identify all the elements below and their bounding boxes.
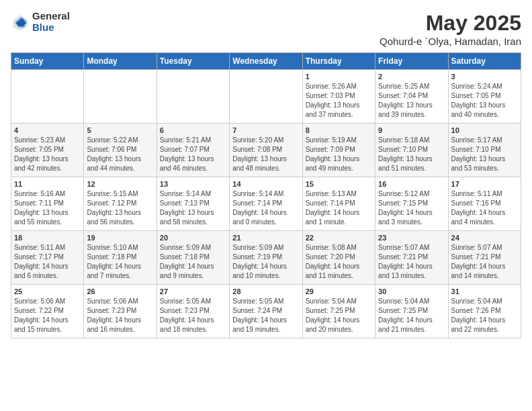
- day-info: Sunrise: 5:04 AM Sunset: 7:25 PM Dayligh…: [378, 297, 445, 334]
- day-info: Sunrise: 5:06 AM Sunset: 7:22 PM Dayligh…: [14, 297, 81, 334]
- day-info: Sunrise: 5:15 AM Sunset: 7:12 PM Dayligh…: [87, 189, 153, 227]
- day-cell: 9Sunrise: 5:18 AM Sunset: 7:10 PM Daylig…: [375, 124, 448, 177]
- day-cell: 8Sunrise: 5:19 AM Sunset: 7:09 PM Daylig…: [302, 124, 375, 177]
- day-cell: 2Sunrise: 5:25 AM Sunset: 7:04 PM Daylig…: [375, 70, 448, 124]
- day-cell: 7Sunrise: 5:20 AM Sunset: 7:08 PM Daylig…: [230, 124, 302, 177]
- day-info: Sunrise: 5:07 AM Sunset: 7:21 PM Dayligh…: [451, 243, 518, 281]
- logo-icon: [11, 13, 30, 32]
- calendar-body: 1Sunrise: 5:26 AM Sunset: 7:03 PM Daylig…: [11, 70, 521, 338]
- day-number: 6: [160, 126, 226, 134]
- day-number: 5: [87, 126, 153, 134]
- header-monday: Monday: [84, 53, 157, 70]
- day-number: 18: [14, 234, 81, 242]
- day-cell: 24Sunrise: 5:07 AM Sunset: 7:21 PM Dayli…: [448, 231, 521, 285]
- day-info: Sunrise: 5:04 AM Sunset: 7:25 PM Dayligh…: [306, 297, 372, 334]
- day-info: Sunrise: 5:24 AM Sunset: 7:05 PM Dayligh…: [451, 82, 518, 120]
- day-cell: 23Sunrise: 5:07 AM Sunset: 7:21 PM Dayli…: [375, 231, 448, 285]
- day-info: Sunrise: 5:09 AM Sunset: 7:18 PM Dayligh…: [160, 243, 226, 281]
- day-cell: 18Sunrise: 5:11 AM Sunset: 7:17 PM Dayli…: [11, 231, 84, 285]
- day-info: Sunrise: 5:14 AM Sunset: 7:13 PM Dayligh…: [160, 189, 226, 227]
- day-cell: 25Sunrise: 5:06 AM Sunset: 7:22 PM Dayli…: [11, 285, 84, 338]
- day-number: 14: [232, 180, 299, 188]
- logo-blue-text: Blue: [32, 22, 70, 34]
- week-row-2: 11Sunrise: 5:16 AM Sunset: 7:11 PM Dayli…: [11, 177, 521, 231]
- day-info: Sunrise: 5:25 AM Sunset: 7:04 PM Dayligh…: [378, 82, 445, 120]
- day-number: 17: [451, 180, 518, 188]
- day-cell: 19Sunrise: 5:10 AM Sunset: 7:18 PM Dayli…: [84, 231, 157, 285]
- day-info: Sunrise: 5:12 AM Sunset: 7:15 PM Dayligh…: [378, 189, 445, 227]
- day-number: 29: [306, 287, 372, 295]
- day-cell: 4Sunrise: 5:23 AM Sunset: 7:05 PM Daylig…: [11, 124, 84, 177]
- day-info: Sunrise: 5:16 AM Sunset: 7:11 PM Dayligh…: [14, 189, 81, 227]
- day-number: 12: [87, 180, 153, 188]
- day-info: Sunrise: 5:23 AM Sunset: 7:05 PM Dayligh…: [14, 136, 81, 173]
- day-cell: [11, 70, 84, 124]
- day-cell: 28Sunrise: 5:05 AM Sunset: 7:24 PM Dayli…: [230, 285, 302, 338]
- day-number: 13: [160, 180, 226, 188]
- day-info: Sunrise: 5:11 AM Sunset: 7:16 PM Dayligh…: [451, 189, 518, 227]
- day-info: Sunrise: 5:09 AM Sunset: 7:19 PM Dayligh…: [232, 243, 299, 281]
- day-cell: [157, 70, 229, 124]
- day-info: Sunrise: 5:07 AM Sunset: 7:21 PM Dayligh…: [378, 243, 445, 281]
- header-wednesday: Wednesday: [230, 53, 302, 70]
- logo-general-text: General: [32, 11, 70, 22]
- calendar-header: Sunday Monday Tuesday Wednesday Thursday…: [11, 53, 521, 70]
- day-number: 27: [160, 287, 226, 295]
- header-saturday: Saturday: [448, 53, 521, 70]
- day-cell: [230, 70, 302, 124]
- day-cell: 21Sunrise: 5:09 AM Sunset: 7:19 PM Dayli…: [230, 231, 302, 285]
- day-cell: 10Sunrise: 5:17 AM Sunset: 7:10 PM Dayli…: [448, 124, 521, 177]
- day-info: Sunrise: 5:05 AM Sunset: 7:23 PM Dayligh…: [160, 297, 226, 334]
- day-cell: 13Sunrise: 5:14 AM Sunset: 7:13 PM Dayli…: [157, 177, 229, 231]
- day-info: Sunrise: 5:20 AM Sunset: 7:08 PM Dayligh…: [232, 136, 299, 173]
- logo: General Blue: [11, 11, 70, 33]
- week-row-3: 18Sunrise: 5:11 AM Sunset: 7:17 PM Dayli…: [11, 231, 521, 285]
- day-cell: 6Sunrise: 5:21 AM Sunset: 7:07 PM Daylig…: [157, 124, 229, 177]
- day-number: 3: [451, 73, 518, 81]
- title-block: May 2025 Qohurd-e `Olya, Hamadan, Iran: [380, 11, 521, 47]
- day-cell: 26Sunrise: 5:06 AM Sunset: 7:23 PM Dayli…: [84, 285, 157, 338]
- day-info: Sunrise: 5:21 AM Sunset: 7:07 PM Dayligh…: [160, 136, 226, 173]
- week-row-0: 1Sunrise: 5:26 AM Sunset: 7:03 PM Daylig…: [11, 70, 521, 124]
- calendar-subtitle: Qohurd-e `Olya, Hamadan, Iran: [380, 36, 521, 47]
- day-cell: 12Sunrise: 5:15 AM Sunset: 7:12 PM Dayli…: [84, 177, 157, 231]
- day-info: Sunrise: 5:10 AM Sunset: 7:18 PM Dayligh…: [87, 243, 153, 281]
- day-number: 11: [14, 180, 81, 188]
- day-number: 25: [14, 287, 81, 295]
- day-cell: 20Sunrise: 5:09 AM Sunset: 7:18 PM Dayli…: [157, 231, 229, 285]
- logo-text: General Blue: [32, 11, 70, 33]
- day-info: Sunrise: 5:18 AM Sunset: 7:10 PM Dayligh…: [378, 136, 445, 173]
- day-number: 1: [306, 73, 372, 81]
- day-number: 4: [14, 126, 81, 134]
- day-number: 9: [378, 126, 445, 134]
- day-info: Sunrise: 5:14 AM Sunset: 7:14 PM Dayligh…: [232, 189, 299, 227]
- day-cell: 14Sunrise: 5:14 AM Sunset: 7:14 PM Dayli…: [230, 177, 302, 231]
- header-thursday: Thursday: [302, 53, 375, 70]
- calendar-title: May 2025: [380, 11, 521, 36]
- header-friday: Friday: [375, 53, 448, 70]
- day-cell: 29Sunrise: 5:04 AM Sunset: 7:25 PM Dayli…: [302, 285, 375, 338]
- calendar-table: Sunday Monday Tuesday Wednesday Thursday…: [11, 52, 521, 338]
- day-number: 26: [87, 287, 153, 295]
- day-info: Sunrise: 5:19 AM Sunset: 7:09 PM Dayligh…: [306, 136, 372, 173]
- week-row-4: 25Sunrise: 5:06 AM Sunset: 7:22 PM Dayli…: [11, 285, 521, 338]
- day-number: 23: [378, 234, 445, 242]
- day-number: 28: [232, 287, 299, 295]
- day-info: Sunrise: 5:11 AM Sunset: 7:17 PM Dayligh…: [14, 243, 81, 281]
- day-cell: 3Sunrise: 5:24 AM Sunset: 7:05 PM Daylig…: [448, 70, 521, 124]
- day-number: 30: [378, 287, 445, 295]
- day-info: Sunrise: 5:13 AM Sunset: 7:14 PM Dayligh…: [306, 189, 372, 227]
- day-cell: 11Sunrise: 5:16 AM Sunset: 7:11 PM Dayli…: [11, 177, 84, 231]
- day-number: 8: [306, 126, 372, 134]
- day-number: 16: [378, 180, 445, 188]
- day-number: 31: [451, 287, 518, 295]
- header-sunday: Sunday: [11, 53, 84, 70]
- day-cell: 31Sunrise: 5:04 AM Sunset: 7:26 PM Dayli…: [448, 285, 521, 338]
- header-tuesday: Tuesday: [157, 53, 229, 70]
- day-number: 2: [378, 73, 445, 81]
- day-number: 15: [306, 180, 372, 188]
- header-row: Sunday Monday Tuesday Wednesday Thursday…: [11, 53, 521, 70]
- day-number: 20: [160, 234, 226, 242]
- day-number: 7: [232, 126, 299, 134]
- day-info: Sunrise: 5:08 AM Sunset: 7:20 PM Dayligh…: [306, 243, 372, 281]
